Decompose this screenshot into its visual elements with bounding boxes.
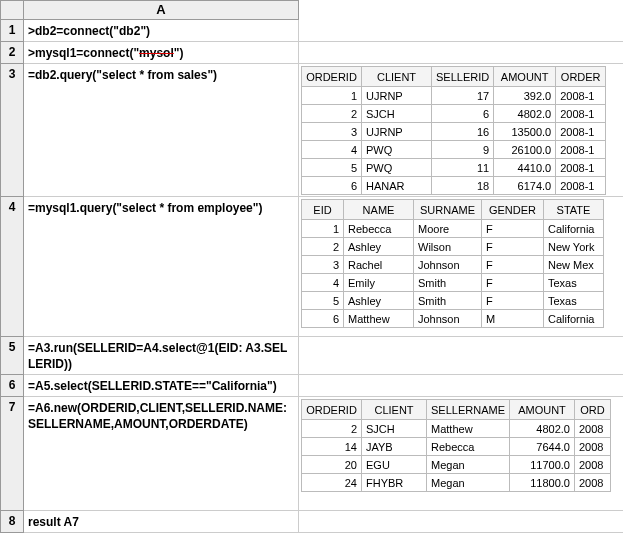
cell-a6[interactable]: =A5.select(SELLERID.STATE=="California")	[24, 375, 299, 397]
table-cell: F	[482, 292, 544, 310]
table-cell: Rebecca	[344, 220, 414, 238]
col-header-sellerid: SELLERID	[432, 67, 494, 87]
cell-b2[interactable]	[299, 42, 623, 64]
table-cell: 26100.0	[494, 141, 556, 159]
cell-a3[interactable]: =db2.query("select * from sales")	[24, 64, 299, 197]
column-header-a[interactable]: A	[24, 0, 299, 20]
cell-b3-sales-preview[interactable]: ORDERIDCLIENTSELLERIDAMOUNTORDER1UJRNP17…	[299, 64, 623, 197]
table-cell: 2008-1	[556, 105, 606, 123]
cell-a8[interactable]: result A7	[24, 511, 299, 533]
cell-b6[interactable]	[299, 375, 623, 397]
table-row: 3UJRNP1613500.02008-1	[302, 123, 606, 141]
cell-b1[interactable]	[299, 20, 623, 42]
cell-a4[interactable]: =mysql1.query("select * from employee")	[24, 197, 299, 337]
table-cell: New York	[544, 238, 604, 256]
table-cell: Johnson	[414, 256, 482, 274]
table-row: 2AshleyWilsonFNew York	[302, 238, 604, 256]
table-cell: 1	[302, 220, 344, 238]
table-row: 4EmilySmithFTexas	[302, 274, 604, 292]
cell-b4-employee-preview[interactable]: EIDNAMESURNAMEGENDERSTATE1RebeccaMooreFC…	[299, 197, 623, 337]
cell-a5[interactable]: =A3.run(SELLERID=A4.select@1(EID: A3.SEL…	[24, 337, 299, 375]
table-cell: 11800.0	[509, 474, 574, 492]
table-cell: 17	[432, 87, 494, 105]
table-cell: Rebecca	[427, 438, 510, 456]
table-row: 5AshleySmithFTexas	[302, 292, 604, 310]
table-cell: 18	[432, 177, 494, 195]
row-number-4[interactable]: 4	[0, 197, 24, 337]
table-cell: 2008	[574, 474, 610, 492]
table-cell: 4802.0	[509, 420, 574, 438]
table-cell: PWQ	[362, 141, 432, 159]
table-cell: HANAR	[362, 177, 432, 195]
table-cell: 2	[302, 420, 362, 438]
col-header-sellername: SELLERNAME	[427, 400, 510, 420]
table-cell: Matthew	[427, 420, 510, 438]
table-row: 24FHYBRMegan11800.02008	[302, 474, 611, 492]
col-header-order: ORDER	[556, 67, 606, 87]
table-cell: 6	[302, 177, 362, 195]
table-cell: 4802.0	[494, 105, 556, 123]
table-cell: 13500.0	[494, 123, 556, 141]
table-cell: 4	[302, 141, 362, 159]
table-cell: FHYBR	[362, 474, 427, 492]
table-cell: 3	[302, 256, 344, 274]
table-cell: 2008	[574, 420, 610, 438]
table-cell: Moore	[414, 220, 482, 238]
cell-a2[interactable]: >mysql1=connect("mysol")	[24, 42, 299, 64]
cell-a7[interactable]: =A6.new(ORDERID,CLIENT,SELLERID.NAME:SEL…	[24, 397, 299, 511]
result-table: ORDERIDCLIENTSELLERNAMEAMOUNTORD2SJCHMat…	[301, 399, 611, 492]
table-cell: 6	[302, 310, 344, 328]
table-cell: Smith	[414, 292, 482, 310]
table-cell: Smith	[414, 274, 482, 292]
table-cell: M	[482, 310, 544, 328]
table-cell: Matthew	[344, 310, 414, 328]
table-cell: 2008	[574, 438, 610, 456]
table-cell: 9	[432, 141, 494, 159]
cell-a1[interactable]: >db2=connect("db2")	[24, 20, 299, 42]
col-header-gender: GENDER	[482, 200, 544, 220]
table-row: 6MatthewJohnsonMCalifornia	[302, 310, 604, 328]
row-number-8[interactable]: 8	[0, 511, 24, 533]
table-cell: New Mex	[544, 256, 604, 274]
table-cell: UJRNP	[362, 123, 432, 141]
table-cell: Ashley	[344, 238, 414, 256]
table-cell: 2008-1	[556, 141, 606, 159]
table-cell: PWQ	[362, 159, 432, 177]
table-cell: 1	[302, 87, 362, 105]
cell-b7-result-preview[interactable]: ORDERIDCLIENTSELLERNAMEAMOUNTORD2SJCHMat…	[299, 397, 623, 511]
row-number-6[interactable]: 6	[0, 375, 24, 397]
table-row: 14JAYBRebecca7644.02008	[302, 438, 611, 456]
table-cell: 392.0	[494, 87, 556, 105]
table-cell: EGU	[362, 456, 427, 474]
row-number-2[interactable]: 2	[0, 42, 24, 64]
table-row: 2SJCH64802.02008-1	[302, 105, 606, 123]
cell-b8[interactable]	[299, 511, 623, 533]
cell-b5[interactable]	[299, 337, 623, 375]
row-number-1[interactable]: 1	[0, 20, 24, 42]
table-row: 4PWQ926100.02008-1	[302, 141, 606, 159]
table-cell: 6	[432, 105, 494, 123]
table-cell: Texas	[544, 292, 604, 310]
col-header-client: CLIENT	[362, 400, 427, 420]
table-cell: F	[482, 274, 544, 292]
table-cell: UJRNP	[362, 87, 432, 105]
table-cell: 6174.0	[494, 177, 556, 195]
col-header-surname: SURNAME	[414, 200, 482, 220]
table-cell: 2008-1	[556, 87, 606, 105]
table-cell: 3	[302, 123, 362, 141]
table-cell: F	[482, 238, 544, 256]
row-number-3[interactable]: 3	[0, 64, 24, 197]
table-cell: Rachel	[344, 256, 414, 274]
table-cell: 16	[432, 123, 494, 141]
row-number-7[interactable]: 7	[0, 397, 24, 511]
table-cell: 5	[302, 159, 362, 177]
table-cell: 11	[432, 159, 494, 177]
col-header-ord: ORD	[574, 400, 610, 420]
table-cell: SJCH	[362, 420, 427, 438]
cell-a2-pre: >mysql1=connect("	[28, 46, 139, 60]
col-header-name: NAME	[344, 200, 414, 220]
col-header-orderid: ORDERID	[302, 400, 362, 420]
row-number-5[interactable]: 5	[0, 337, 24, 375]
table-cell: 14	[302, 438, 362, 456]
spreadsheet-grid: A 1 >db2=connect("db2") 2 >mysql1=connec…	[0, 0, 623, 533]
